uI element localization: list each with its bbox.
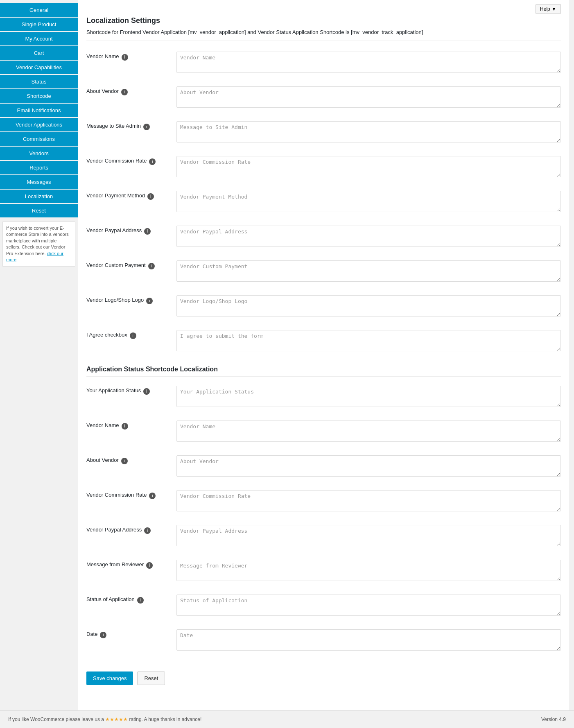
info-icon-message-from-reviewer[interactable]: i xyxy=(146,562,153,569)
sidebar-btn-localization[interactable]: Localization xyxy=(0,190,78,203)
form-row-about-vendor-1: About Vendori xyxy=(86,83,561,112)
sidebar-promo-text: If you wish to convert your E-commerce S… xyxy=(6,226,69,262)
sidebar-btn-reset[interactable]: Reset xyxy=(0,204,78,217)
save-button[interactable]: Save changes xyxy=(86,671,133,685)
textarea-i-agree-checkbox[interactable] xyxy=(176,330,561,351)
info-icon-message-to-site-admin[interactable]: i xyxy=(143,124,150,130)
label-about-vendor-1: About Vendor xyxy=(86,88,119,94)
sidebar-btn-status[interactable]: Status xyxy=(0,75,78,88)
sidebar-btn-commissions[interactable]: Commissions xyxy=(0,132,78,146)
textarea-vendor-name-2[interactable] xyxy=(176,421,561,442)
sidebar-btn-reports[interactable]: Reports xyxy=(0,161,78,174)
input-col-about-vendor-2 xyxy=(176,455,561,478)
action-row: Save changes Reset xyxy=(86,665,561,685)
textarea-vendor-commission-rate-2[interactable] xyxy=(176,490,561,511)
textarea-about-vendor-2[interactable] xyxy=(176,455,561,477)
sidebar-btn-single-product[interactable]: Single Product xyxy=(0,18,78,31)
sidebar-btn-email-notifications[interactable]: Email Notifications xyxy=(0,104,78,117)
label-col-message-from-reviewer: Message from Revieweri xyxy=(86,560,176,569)
form-row-vendor-custom-payment: Vendor Custom Paymenti xyxy=(86,257,561,286)
info-icon-vendor-paypal-address-1[interactable]: i xyxy=(144,228,151,235)
sidebar-btn-messages[interactable]: Messages xyxy=(0,175,78,189)
info-icon-vendor-commission-rate-2[interactable]: i xyxy=(149,493,156,499)
info-icon-about-vendor-1[interactable]: i xyxy=(121,89,128,95)
textarea-vendor-paypal-address-2[interactable] xyxy=(176,525,561,546)
label-col-vendor-name-2: Vendor Namei xyxy=(86,421,176,430)
info-icon-vendor-paypal-address-2[interactable]: i xyxy=(144,527,151,534)
help-button[interactable]: Help ▼ xyxy=(536,4,561,14)
sidebar-promo-link[interactable]: click our more xyxy=(6,251,63,262)
input-col-vendor-custom-payment xyxy=(176,260,561,283)
sidebar-btn-vendors[interactable]: Vendors xyxy=(0,147,78,160)
label-col-your-application-status: Your Application Statusi xyxy=(86,386,176,395)
shortcode-description: Shortcode for Frontend Vendor Applicatio… xyxy=(86,28,561,41)
info-icon-vendor-payment-method[interactable]: i xyxy=(147,193,154,200)
info-icon-vendor-name-2[interactable]: i xyxy=(122,423,128,430)
main-content: Help ▼ Localization Settings Shortcode f… xyxy=(78,0,569,710)
info-icon-vendor-commission-rate-1[interactable]: i xyxy=(149,158,156,165)
footer-left-text2: rating. A huge thanks in advance! xyxy=(129,717,202,722)
input-col-vendor-payment-method xyxy=(176,191,561,213)
info-icon-about-vendor-2[interactable]: i xyxy=(121,458,128,464)
textarea-vendor-name-1[interactable] xyxy=(176,52,561,73)
label-col-vendor-commission-rate-1: Vendor Commission Ratei xyxy=(86,156,176,165)
label-vendor-name-1: Vendor Name xyxy=(86,53,119,59)
form-row-vendor-payment-method: Vendor Payment Methodi xyxy=(86,188,561,217)
input-col-about-vendor-1 xyxy=(176,86,561,109)
sidebar-btn-general[interactable]: General xyxy=(0,3,78,17)
form-row-message-from-reviewer: Message from Revieweri xyxy=(86,556,561,586)
textarea-about-vendor-1[interactable] xyxy=(176,86,561,108)
textarea-vendor-commission-rate-1[interactable] xyxy=(176,156,561,177)
input-col-vendor-commission-rate-2 xyxy=(176,490,561,513)
label-col-date-field: Datei xyxy=(86,629,176,638)
sidebar-promo: If you wish to convert your E-commerce S… xyxy=(2,222,75,267)
input-col-message-from-reviewer xyxy=(176,560,561,582)
label-col-vendor-commission-rate-2: Vendor Commission Ratei xyxy=(86,490,176,499)
label-date-field: Date xyxy=(86,631,97,637)
label-vendor-payment-method: Vendor Payment Method xyxy=(86,192,145,199)
input-col-vendor-name-1 xyxy=(176,52,561,74)
form-row-date-field: Datei xyxy=(86,626,561,655)
input-col-status-of-application xyxy=(176,595,561,617)
info-icon-vendor-name-1[interactable]: i xyxy=(122,54,128,61)
sidebar-btn-cart[interactable]: Cart xyxy=(0,46,78,60)
textarea-status-of-application[interactable] xyxy=(176,595,561,616)
footer-version: Version 4.9 xyxy=(541,717,566,722)
reset-button[interactable]: Reset xyxy=(137,671,165,685)
label-vendor-logo-shop-logo: Vendor Logo/Shop Logo xyxy=(86,297,144,303)
label-vendor-custom-payment: Vendor Custom Payment xyxy=(86,262,146,268)
label-col-vendor-paypal-address-2: Vendor Paypal Addressi xyxy=(86,525,176,534)
sidebar-btn-shortcode[interactable]: Shortcode xyxy=(0,89,78,103)
textarea-vendor-logo-shop-logo[interactable] xyxy=(176,295,561,317)
input-col-vendor-paypal-address-2 xyxy=(176,525,561,547)
info-icon-vendor-logo-shop-logo[interactable]: i xyxy=(146,298,153,304)
label-col-i-agree-checkbox: I Agree checkboxi xyxy=(86,330,176,339)
textarea-your-application-status[interactable] xyxy=(176,386,561,407)
textarea-vendor-paypal-address-1[interactable] xyxy=(176,226,561,247)
form-row-message-to-site-admin: Message to Site Admini xyxy=(86,118,561,147)
sidebar-btn-my-account[interactable]: My Account xyxy=(0,32,78,45)
input-col-message-to-site-admin xyxy=(176,121,561,144)
label-vendor-commission-rate-1: Vendor Commission Rate xyxy=(86,158,147,164)
textarea-vendor-custom-payment[interactable] xyxy=(176,260,561,282)
form-row-vendor-paypal-address-2: Vendor Paypal Addressi xyxy=(86,522,561,551)
info-icon-date-field[interactable]: i xyxy=(100,632,106,638)
form-row-vendor-commission-rate-2: Vendor Commission Ratei xyxy=(86,487,561,516)
info-icon-status-of-application[interactable]: i xyxy=(137,597,144,604)
label-vendor-paypal-address-1: Vendor Paypal Address xyxy=(86,227,142,233)
form-row-about-vendor-2: About Vendori xyxy=(86,452,561,481)
sidebar-btn-vendor-capabilities[interactable]: Vendor Capabilities xyxy=(0,61,78,74)
info-icon-vendor-custom-payment[interactable]: i xyxy=(148,263,155,269)
info-icon-i-agree-checkbox[interactable]: i xyxy=(130,332,136,339)
sidebar-btn-vendor-applications[interactable]: Vendor Applications xyxy=(0,118,78,131)
input-col-vendor-logo-shop-logo xyxy=(176,295,561,318)
textarea-message-from-reviewer[interactable] xyxy=(176,560,561,581)
label-i-agree-checkbox: I Agree checkbox xyxy=(86,332,127,338)
textarea-message-to-site-admin[interactable] xyxy=(176,121,561,142)
textarea-vendor-payment-method[interactable] xyxy=(176,191,561,212)
label-vendor-name-2: Vendor Name xyxy=(86,422,119,428)
info-icon-your-application-status[interactable]: i xyxy=(143,388,150,395)
input-col-date-field xyxy=(176,629,561,652)
label-col-status-of-application: Status of Applicationi xyxy=(86,595,176,604)
textarea-date-field[interactable] xyxy=(176,629,561,651)
